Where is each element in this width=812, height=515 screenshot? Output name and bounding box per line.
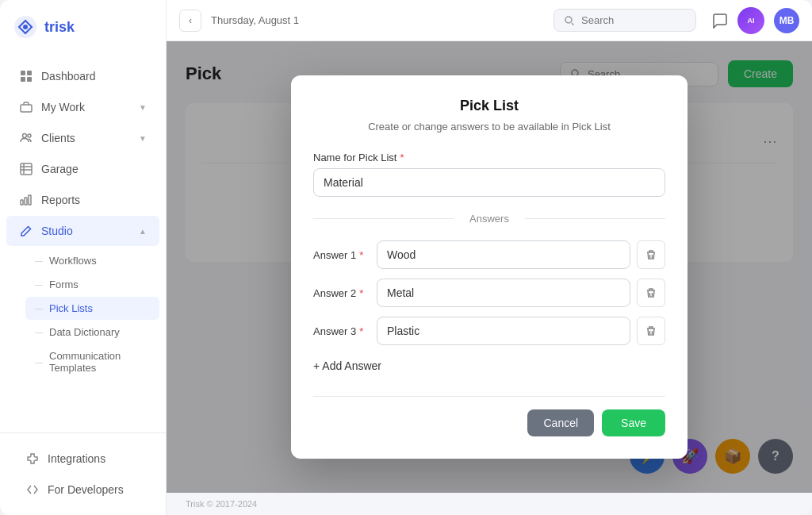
topbar-date: Thursday, August 1 — [211, 14, 299, 26]
sidebar-item-for-developers[interactable]: For Developers — [13, 475, 153, 505]
chat-icon[interactable] — [712, 13, 728, 29]
trash-icon — [645, 287, 657, 298]
answer-2-input[interactable] — [377, 279, 630, 307]
sidebar-item-studio[interactable]: Studio ▲ — [6, 216, 159, 246]
user-avatar[interactable]: MB — [774, 8, 799, 33]
users-icon — [19, 131, 33, 145]
svg-rect-4 — [21, 77, 25, 82]
svg-rect-10 — [21, 200, 23, 205]
main-area: ‹ Thursday, August 1 AI MB — [167, 0, 812, 515]
back-icon: ‹ — [189, 15, 192, 26]
svg-point-1 — [23, 25, 28, 29]
required-star: * — [400, 152, 404, 163]
answer-row-2: Answer 2 * — [313, 279, 665, 307]
back-button[interactable]: ‹ — [179, 10, 201, 32]
sidebar-item-clients-label: Clients — [41, 132, 75, 144]
svg-rect-5 — [27, 77, 32, 82]
search-icon — [564, 15, 575, 26]
sidebar-item-integrations[interactable]: Integrations — [13, 444, 153, 474]
sidebar-item-data-dictionary[interactable]: Data Dictionary — [25, 321, 159, 344]
add-answer-button[interactable]: + Add Answer — [313, 355, 381, 377]
sidebar-nav: Dashboard My Work ▼ — [0, 54, 166, 432]
svg-rect-9 — [21, 163, 32, 175]
sidebar-item-integrations-label: Integrations — [48, 452, 105, 465]
answer-row-3: Answer 3 * — [313, 317, 665, 345]
search-input[interactable] — [581, 14, 684, 26]
sidebar-item-garage-label: Garage — [41, 163, 79, 175]
sidebar: trisk Dashboard My — [0, 0, 167, 515]
name-field-group: Name for Pick List * — [313, 152, 665, 197]
answer-3-label: Answer 3 * — [313, 325, 370, 337]
chevron-down-icon: ▼ — [139, 134, 147, 143]
trisk-logo — [13, 14, 38, 40]
footer-copyright: Trisk © 2017-2024 — [186, 499, 257, 509]
answers-divider-label: Answers — [463, 213, 515, 225]
modal-overlay: Pick List Create or change answers to be… — [167, 41, 812, 493]
svg-point-13 — [565, 17, 572, 23]
name-input[interactable] — [313, 168, 665, 197]
sidebar-item-forms-label: Forms — [49, 279, 79, 290]
sidebar-item-pick-lists-label: Pick Lists — [49, 302, 93, 314]
sidebar-item-dashboard[interactable]: Dashboard — [6, 61, 159, 91]
modal-footer: Cancel Save — [313, 396, 665, 436]
trash-icon — [645, 249, 657, 260]
modal-subtitle: Create or change answers to be available… — [313, 121, 665, 133]
trash-icon — [645, 325, 657, 336]
delete-answer-3-button[interactable] — [637, 317, 665, 345]
delete-answer-1-button[interactable] — [637, 240, 665, 269]
chevron-up-icon: ▲ — [139, 227, 147, 236]
code-icon — [25, 482, 40, 497]
answer-1-input[interactable] — [377, 240, 630, 269]
sidebar-item-workflows[interactable]: Workflows — [25, 249, 159, 272]
grid-icon — [19, 69, 33, 83]
cancel-button[interactable]: Cancel — [527, 409, 594, 436]
topbar: ‹ Thursday, August 1 AI MB — [167, 0, 812, 41]
sidebar-item-communication-templates[interactable]: Communication Templates — [25, 344, 159, 379]
sidebar-item-my-work[interactable]: My Work ▼ — [6, 92, 159, 122]
delete-answer-2-button[interactable] — [637, 279, 665, 307]
answer-2-label: Answer 2 * — [313, 287, 370, 299]
answer-1-label: Answer 1 * — [313, 249, 370, 261]
footer: Trisk © 2017-2024 — [167, 493, 812, 515]
sidebar-item-data-dictionary-label: Data Dictionary — [49, 326, 120, 338]
ai-badge: AI — [748, 17, 755, 25]
sidebar-item-reports[interactable]: Reports — [6, 185, 159, 215]
puzzle-icon — [25, 452, 40, 466]
ai-avatar[interactable]: AI — [737, 7, 764, 34]
topbar-search[interactable] — [553, 9, 696, 32]
svg-rect-3 — [27, 71, 32, 75]
sidebar-item-my-work-label: My Work — [41, 101, 85, 113]
answers-divider: Answers — [313, 213, 665, 225]
sidebar-item-communication-templates-label: Communication Templates — [49, 350, 150, 374]
svg-rect-6 — [21, 105, 32, 112]
modal-title: Pick List — [313, 98, 665, 114]
logo-text: trisk — [44, 19, 75, 36]
bar-chart-icon — [19, 193, 33, 207]
user-initials: MB — [779, 15, 795, 26]
sidebar-item-clients[interactable]: Clients ▼ — [6, 123, 159, 153]
answer-row-1: Answer 1 * — [313, 240, 665, 269]
chevron-down-icon: ▼ — [139, 103, 147, 112]
sidebar-bottom: Integrations For Developers — [0, 432, 166, 515]
add-answer-label: + Add Answer — [313, 359, 381, 372]
svg-rect-2 — [21, 71, 25, 75]
sidebar-item-dashboard-label: Dashboard — [41, 70, 96, 83]
svg-point-8 — [28, 134, 31, 137]
sidebar-item-forms[interactable]: Forms — [25, 273, 159, 296]
topbar-icons: AI MB — [712, 7, 799, 34]
name-label: Name for Pick List * — [313, 152, 665, 163]
sidebar-item-reports-label: Reports — [41, 194, 80, 206]
edit-icon — [19, 224, 33, 238]
save-button[interactable]: Save — [602, 409, 665, 436]
svg-point-7 — [23, 134, 27, 138]
sidebar-item-for-developers-label: For Developers — [48, 483, 124, 496]
table-icon — [19, 162, 33, 176]
svg-rect-11 — [25, 198, 27, 205]
sub-nav-studio: Workflows Forms Pick Lists Data Dictiona… — [0, 247, 166, 382]
sidebar-item-workflows-label: Workflows — [49, 255, 97, 267]
sidebar-item-studio-label: Studio — [41, 225, 73, 237]
sidebar-item-pick-lists[interactable]: Pick Lists — [25, 297, 159, 320]
logo: trisk — [0, 0, 166, 54]
answer-3-input[interactable] — [377, 317, 630, 345]
sidebar-item-garage[interactable]: Garage — [6, 154, 159, 184]
